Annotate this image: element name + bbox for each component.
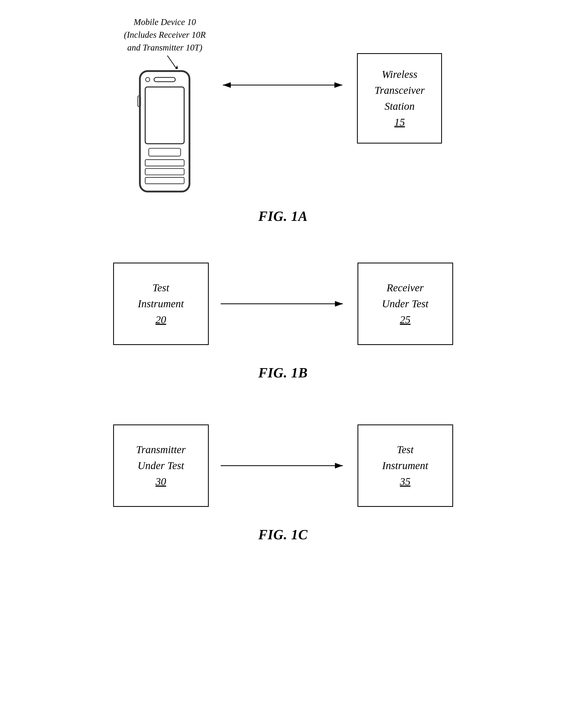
fig1b-section: Test Instrument 20 [21,256,545,381]
mobile-device-group: Mobile Device 10 (Includes Receiver 10R … [124,16,206,195]
svg-rect-8 [145,169,184,175]
test-instrument-35-box: Test Instrument 35 [357,424,453,507]
fig1a-label: FIG. 1A [258,208,307,224]
receiver-under-test-box: Receiver Under Test 25 [357,263,453,345]
fig1a-diagram: Mobile Device 10 (Includes Receiver 10R … [21,16,545,195]
bidirectional-arrow-icon [219,80,346,90]
receiver-under-test-label: Receiver Under Test 25 [382,280,428,328]
test-instrument-label: Test Instrument 20 [138,280,184,328]
svg-point-5 [146,77,150,82]
transceiver-box: Wireless Transceiver Station 15 [357,53,442,144]
svg-rect-9 [145,177,184,184]
transmitter-under-test-box: Transmitter Under Test 30 [113,424,209,507]
test-instrument-35-label: Test Instrument 35 [382,442,428,490]
fig1a-section: Mobile Device 10 (Includes Receiver 10R … [21,16,545,224]
svg-line-0 [167,56,177,69]
fig1b-label: FIG. 1B [258,365,307,381]
mobile-annotation: Mobile Device 10 (Includes Receiver 10R … [124,16,206,54]
fig1c-label: FIG. 1C [258,527,307,542]
svg-rect-7 [145,159,184,166]
transmitter-under-test-label: Transmitter Under Test 30 [136,442,186,490]
fig1b-diagram: Test Instrument 20 [21,256,545,352]
unidirectional-arrow-icon [220,298,347,309]
fig1c-arrow-container [220,460,347,471]
unidirectional-arrow-fig1c-icon [220,460,347,471]
test-instrument-box: Test Instrument 20 [113,263,209,345]
svg-rect-6 [149,148,181,156]
fig1c-section: Transmitter Under Test 30 [21,418,545,542]
svg-rect-2 [140,71,190,191]
mobile-phone-illustration [128,68,202,195]
fig1c-diagram: Transmitter Under Test 30 [21,418,545,514]
transceiver-label: Wireless Transceiver Station 15 [374,66,425,130]
bidirectional-arrow-container [219,80,346,90]
svg-rect-3 [145,87,184,144]
page: Mobile Device 10 (Includes Receiver 10R … [0,0,566,728]
svg-rect-4 [154,77,175,82]
fig1b-arrow-container [220,298,347,309]
